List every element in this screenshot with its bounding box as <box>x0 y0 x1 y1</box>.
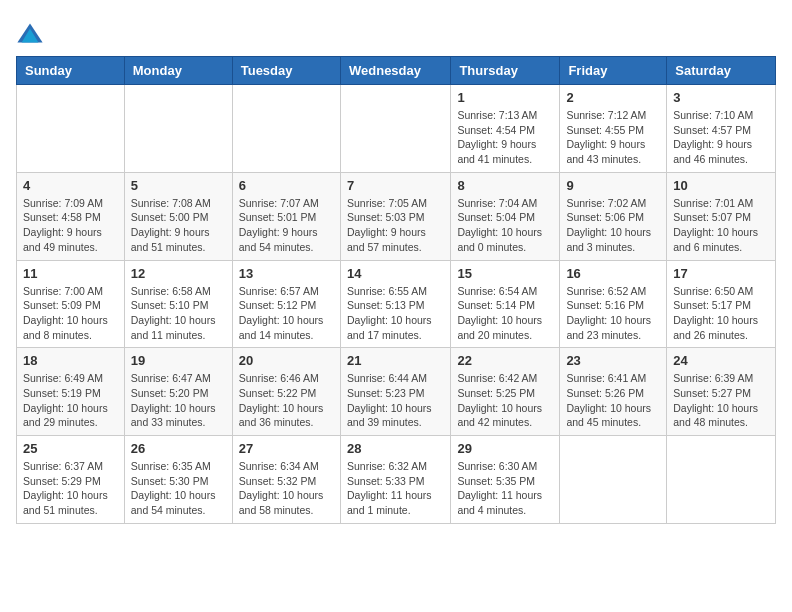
day-info: Sunrise: 6:52 AM Sunset: 5:16 PM Dayligh… <box>566 284 660 343</box>
weekday-header-friday: Friday <box>560 57 667 85</box>
day-number: 12 <box>131 266 226 281</box>
calendar-cell: 19Sunrise: 6:47 AM Sunset: 5:20 PM Dayli… <box>124 348 232 436</box>
day-number: 3 <box>673 90 769 105</box>
calendar-cell: 4Sunrise: 7:09 AM Sunset: 4:58 PM Daylig… <box>17 172 125 260</box>
day-number: 6 <box>239 178 334 193</box>
calendar-cell: 10Sunrise: 7:01 AM Sunset: 5:07 PM Dayli… <box>667 172 776 260</box>
calendar-cell: 9Sunrise: 7:02 AM Sunset: 5:06 PM Daylig… <box>560 172 667 260</box>
calendar-cell: 23Sunrise: 6:41 AM Sunset: 5:26 PM Dayli… <box>560 348 667 436</box>
day-info: Sunrise: 6:58 AM Sunset: 5:10 PM Dayligh… <box>131 284 226 343</box>
logo-icon <box>16 20 44 48</box>
calendar-cell <box>340 85 450 173</box>
day-number: 22 <box>457 353 553 368</box>
day-info: Sunrise: 6:54 AM Sunset: 5:14 PM Dayligh… <box>457 284 553 343</box>
day-number: 16 <box>566 266 660 281</box>
day-info: Sunrise: 7:04 AM Sunset: 5:04 PM Dayligh… <box>457 196 553 255</box>
day-info: Sunrise: 6:35 AM Sunset: 5:30 PM Dayligh… <box>131 459 226 518</box>
calendar-cell <box>232 85 340 173</box>
calendar-cell: 29Sunrise: 6:30 AM Sunset: 5:35 PM Dayli… <box>451 436 560 524</box>
calendar-cell: 20Sunrise: 6:46 AM Sunset: 5:22 PM Dayli… <box>232 348 340 436</box>
day-number: 1 <box>457 90 553 105</box>
day-number: 13 <box>239 266 334 281</box>
calendar-cell: 18Sunrise: 6:49 AM Sunset: 5:19 PM Dayli… <box>17 348 125 436</box>
calendar-week-2: 4Sunrise: 7:09 AM Sunset: 4:58 PM Daylig… <box>17 172 776 260</box>
day-number: 29 <box>457 441 553 456</box>
day-info: Sunrise: 7:07 AM Sunset: 5:01 PM Dayligh… <box>239 196 334 255</box>
day-number: 2 <box>566 90 660 105</box>
day-info: Sunrise: 7:10 AM Sunset: 4:57 PM Dayligh… <box>673 108 769 167</box>
calendar-cell: 2Sunrise: 7:12 AM Sunset: 4:55 PM Daylig… <box>560 85 667 173</box>
weekday-header-thursday: Thursday <box>451 57 560 85</box>
day-info: Sunrise: 6:57 AM Sunset: 5:12 PM Dayligh… <box>239 284 334 343</box>
day-number: 20 <box>239 353 334 368</box>
day-info: Sunrise: 6:44 AM Sunset: 5:23 PM Dayligh… <box>347 371 444 430</box>
day-info: Sunrise: 6:34 AM Sunset: 5:32 PM Dayligh… <box>239 459 334 518</box>
calendar-cell: 11Sunrise: 7:00 AM Sunset: 5:09 PM Dayli… <box>17 260 125 348</box>
calendar-cell: 25Sunrise: 6:37 AM Sunset: 5:29 PM Dayli… <box>17 436 125 524</box>
day-info: Sunrise: 6:55 AM Sunset: 5:13 PM Dayligh… <box>347 284 444 343</box>
day-info: Sunrise: 6:42 AM Sunset: 5:25 PM Dayligh… <box>457 371 553 430</box>
calendar-cell <box>17 85 125 173</box>
day-number: 24 <box>673 353 769 368</box>
calendar-cell: 28Sunrise: 6:32 AM Sunset: 5:33 PM Dayli… <box>340 436 450 524</box>
day-info: Sunrise: 7:12 AM Sunset: 4:55 PM Dayligh… <box>566 108 660 167</box>
day-info: Sunrise: 6:37 AM Sunset: 5:29 PM Dayligh… <box>23 459 118 518</box>
calendar-cell <box>560 436 667 524</box>
day-info: Sunrise: 7:05 AM Sunset: 5:03 PM Dayligh… <box>347 196 444 255</box>
weekday-header-tuesday: Tuesday <box>232 57 340 85</box>
weekday-header-wednesday: Wednesday <box>340 57 450 85</box>
calendar-cell <box>667 436 776 524</box>
calendar-week-5: 25Sunrise: 6:37 AM Sunset: 5:29 PM Dayli… <box>17 436 776 524</box>
day-number: 17 <box>673 266 769 281</box>
calendar-week-4: 18Sunrise: 6:49 AM Sunset: 5:19 PM Dayli… <box>17 348 776 436</box>
day-info: Sunrise: 7:02 AM Sunset: 5:06 PM Dayligh… <box>566 196 660 255</box>
day-number: 26 <box>131 441 226 456</box>
day-number: 25 <box>23 441 118 456</box>
weekday-header-sunday: Sunday <box>17 57 125 85</box>
weekday-header-monday: Monday <box>124 57 232 85</box>
day-number: 14 <box>347 266 444 281</box>
day-number: 28 <box>347 441 444 456</box>
calendar: SundayMondayTuesdayWednesdayThursdayFrid… <box>16 56 776 524</box>
calendar-cell: 21Sunrise: 6:44 AM Sunset: 5:23 PM Dayli… <box>340 348 450 436</box>
calendar-cell: 13Sunrise: 6:57 AM Sunset: 5:12 PM Dayli… <box>232 260 340 348</box>
calendar-cell: 22Sunrise: 6:42 AM Sunset: 5:25 PM Dayli… <box>451 348 560 436</box>
calendar-cell: 12Sunrise: 6:58 AM Sunset: 5:10 PM Dayli… <box>124 260 232 348</box>
day-number: 21 <box>347 353 444 368</box>
day-info: Sunrise: 6:47 AM Sunset: 5:20 PM Dayligh… <box>131 371 226 430</box>
calendar-cell: 16Sunrise: 6:52 AM Sunset: 5:16 PM Dayli… <box>560 260 667 348</box>
day-number: 15 <box>457 266 553 281</box>
logo <box>16 20 48 48</box>
day-info: Sunrise: 6:30 AM Sunset: 5:35 PM Dayligh… <box>457 459 553 518</box>
day-number: 4 <box>23 178 118 193</box>
calendar-week-3: 11Sunrise: 7:00 AM Sunset: 5:09 PM Dayli… <box>17 260 776 348</box>
day-number: 8 <box>457 178 553 193</box>
day-info: Sunrise: 6:49 AM Sunset: 5:19 PM Dayligh… <box>23 371 118 430</box>
calendar-cell: 6Sunrise: 7:07 AM Sunset: 5:01 PM Daylig… <box>232 172 340 260</box>
day-info: Sunrise: 6:46 AM Sunset: 5:22 PM Dayligh… <box>239 371 334 430</box>
day-info: Sunrise: 6:32 AM Sunset: 5:33 PM Dayligh… <box>347 459 444 518</box>
day-info: Sunrise: 6:41 AM Sunset: 5:26 PM Dayligh… <box>566 371 660 430</box>
weekday-header-saturday: Saturday <box>667 57 776 85</box>
calendar-cell: 24Sunrise: 6:39 AM Sunset: 5:27 PM Dayli… <box>667 348 776 436</box>
day-number: 5 <box>131 178 226 193</box>
day-number: 18 <box>23 353 118 368</box>
calendar-cell: 3Sunrise: 7:10 AM Sunset: 4:57 PM Daylig… <box>667 85 776 173</box>
calendar-cell: 1Sunrise: 7:13 AM Sunset: 4:54 PM Daylig… <box>451 85 560 173</box>
calendar-cell: 27Sunrise: 6:34 AM Sunset: 5:32 PM Dayli… <box>232 436 340 524</box>
calendar-header-row: SundayMondayTuesdayWednesdayThursdayFrid… <box>17 57 776 85</box>
calendar-week-1: 1Sunrise: 7:13 AM Sunset: 4:54 PM Daylig… <box>17 85 776 173</box>
day-info: Sunrise: 6:50 AM Sunset: 5:17 PM Dayligh… <box>673 284 769 343</box>
day-number: 27 <box>239 441 334 456</box>
day-info: Sunrise: 7:09 AM Sunset: 4:58 PM Dayligh… <box>23 196 118 255</box>
calendar-cell: 26Sunrise: 6:35 AM Sunset: 5:30 PM Dayli… <box>124 436 232 524</box>
day-number: 9 <box>566 178 660 193</box>
day-info: Sunrise: 6:39 AM Sunset: 5:27 PM Dayligh… <box>673 371 769 430</box>
day-number: 11 <box>23 266 118 281</box>
calendar-cell: 14Sunrise: 6:55 AM Sunset: 5:13 PM Dayli… <box>340 260 450 348</box>
calendar-cell: 15Sunrise: 6:54 AM Sunset: 5:14 PM Dayli… <box>451 260 560 348</box>
header <box>16 16 776 48</box>
day-number: 7 <box>347 178 444 193</box>
calendar-cell <box>124 85 232 173</box>
calendar-cell: 7Sunrise: 7:05 AM Sunset: 5:03 PM Daylig… <box>340 172 450 260</box>
